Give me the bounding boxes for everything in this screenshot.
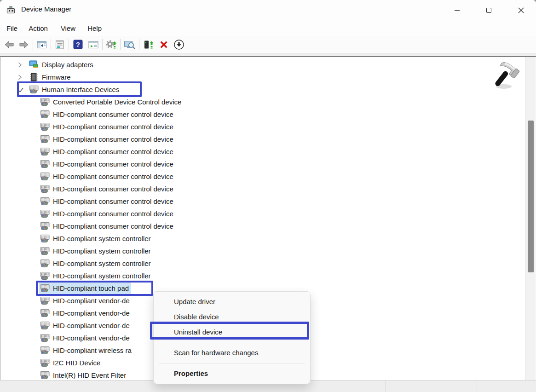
context-menu-separator [159,363,305,363]
tree-item-label: HID-compliant vendor-de [53,309,130,317]
menu-help[interactable]: Help [87,23,102,34]
chevron-collapsed-icon[interactable] [16,62,28,68]
hid-icon [40,159,50,169]
tree-item-hid-compliant-system-controller[interactable]: HID-compliant system controller [0,245,524,257]
tree-item-human-interface-devices[interactable]: Human Interface Devices [0,83,524,96]
tree-item-label: HID-compliant consumer control device [53,210,173,218]
tree-item-converted-portable-device-control-device[interactable]: Converted Portable Device Control device [0,96,524,108]
export-list-button[interactable] [85,37,101,52]
tree-item-hid-compliant-consumer-control-device[interactable]: HID-compliant consumer control device [0,220,524,232]
remote-desktop-search-icon [123,39,136,50]
maximize-button[interactable] [478,1,499,19]
tree-item-content[interactable]: HID-compliant system controller [39,233,153,244]
tree-item-content[interactable]: HID-compliant consumer control device [39,109,176,120]
help-button[interactable]: ? [70,37,85,52]
tree-item-content[interactable]: HID-compliant consumer control device [39,146,176,157]
tree-item-hid-compliant-consumer-control-device[interactable]: HID-compliant consumer control device [0,133,524,145]
tree-item-content[interactable]: HID-compliant vendor-de [39,307,132,319]
toolbar: ? [0,36,536,53]
toolbar-separator [120,39,121,50]
minimize-button[interactable] [446,1,467,19]
context-menu-item-scan-for-hardware-changes[interactable]: Scan for hardware changes [154,345,310,360]
tree-item-hid-compliant-consumer-control-device[interactable]: HID-compliant consumer control device [0,158,524,170]
toolbar-separator [102,39,103,50]
back-button[interactable] [2,37,17,52]
tree-item-hid-compliant-consumer-control-device[interactable]: HID-compliant consumer control device [0,195,524,208]
context-menu-item-uninstall-device[interactable]: Uninstall device [154,324,310,340]
hid-icon [40,259,50,268]
tree-item-content[interactable]: HID-compliant system controller [39,245,153,257]
tree-item-content[interactable]: HID-compliant touch pad [39,282,131,294]
tree-item-label: HID-compliant consumer control device [53,123,173,131]
tree-item-content[interactable]: HID-compliant system controller [39,258,153,269]
remote-desktop-search-button[interactable] [122,37,138,52]
maximize-icon [486,8,491,13]
close-icon [518,7,524,13]
tree-item-firmware[interactable]: Firmware [0,71,524,83]
title-bar: Device Manager [0,0,536,20]
display-icon [29,60,39,69]
tree-item-content[interactable]: Human Interface Devices [28,84,121,95]
tree-item-hid-compliant-consumer-control-device[interactable]: HID-compliant consumer control device [0,183,524,195]
tree-item-content[interactable]: HID-compliant wireless ra [39,345,134,356]
menu-file[interactable]: File [6,23,17,34]
tree-item-content[interactable]: HID-compliant system controller [39,270,153,282]
properties-button[interactable] [52,37,67,52]
tree-item-label: HID-compliant vendor-de [53,297,130,305]
tree-item-hid-compliant-system-controller[interactable]: HID-compliant system controller [0,232,524,245]
tree-item-content[interactable]: Intel(R) HID Event Filter [39,369,128,380]
tree-item-hid-compliant-consumer-control-device[interactable]: HID-compliant consumer control device [0,208,524,220]
hid-icon [40,97,50,107]
hammer-cursor-icon [494,59,523,92]
tree-item-content[interactable]: Display adapters [28,59,96,70]
tree-item-content[interactable]: HID-compliant consumer control device [39,171,176,182]
tree-item-content[interactable]: HID-compliant consumer control device [39,220,176,232]
tree-item-content[interactable]: HID-compliant vendor-de [39,295,132,306]
forward-button[interactable] [17,37,31,52]
show-console-tree-button[interactable] [35,37,49,52]
chevron-expanded-icon[interactable] [16,87,28,92]
tree-item-content[interactable]: HID-compliant consumer control device [39,133,176,145]
context-menu-item-properties[interactable]: Properties [154,366,310,381]
context-menu-item-update-driver[interactable]: Update driver [154,294,310,309]
tree-item-display-adapters[interactable]: Display adapters [0,58,524,71]
tree-item-hid-compliant-consumer-control-device[interactable]: HID-compliant consumer control device [0,170,524,183]
tree-item-content[interactable]: HID-compliant consumer control device [39,208,176,219]
menu-view[interactable]: View [61,23,75,34]
properties-icon [54,39,65,50]
tree-item-content[interactable]: HID-compliant consumer control device [39,183,176,195]
scrollbar-thumb[interactable] [528,121,534,272]
context-menu-gap [154,340,310,345]
tree-item-label: Converted Portable Device Control device [53,98,181,106]
hid-icon [40,296,50,306]
export-list-icon [87,39,99,50]
tree-item-content[interactable]: HID-compliant vendor-de [39,332,132,344]
tree-item-hid-compliant-system-controller[interactable]: HID-compliant system controller [0,257,524,270]
tree-item-content[interactable]: HID-compliant consumer control device [39,158,176,170]
scan-for-hardware-changes-button[interactable] [104,37,119,52]
tree-item-content[interactable]: Firmware [28,71,73,83]
tree-item-label: HID-compliant consumer control device [53,222,173,230]
tree-item-content[interactable]: I2C HID Device [39,357,103,369]
tree-item-content[interactable]: HID-compliant vendor-de [39,320,132,331]
tree-item-label: HID-compliant system controller [53,235,151,242]
tree-item-content[interactable]: HID-compliant consumer control device [39,196,176,207]
tree-item-label: HID-compliant consumer control device [53,173,173,180]
show-console-tree-icon [36,39,47,50]
tree-item-hid-compliant-consumer-control-device[interactable]: HID-compliant consumer control device [0,145,524,158]
hid-icon [40,221,50,231]
close-button[interactable] [510,1,531,19]
disable-device-button[interactable] [171,37,187,52]
chevron-collapsed-icon[interactable] [16,74,28,81]
tree-item-content[interactable]: HID-compliant consumer control device [39,121,176,133]
update-driver-button[interactable] [141,37,156,52]
context-menu-item-disable-device[interactable]: Disable device [154,309,310,324]
update-driver-icon [143,39,155,50]
tree-item-content[interactable]: Converted Portable Device Control device [39,96,184,108]
vertical-scrollbar[interactable] [525,57,536,380]
menu-action[interactable]: Action [29,23,48,34]
tree-item-hid-compliant-system-controller[interactable]: HID-compliant system controller [0,270,524,282]
uninstall-device-button[interactable] [156,37,171,52]
tree-item-hid-compliant-consumer-control-device[interactable]: HID-compliant consumer control device [0,121,524,133]
tree-item-hid-compliant-consumer-control-device[interactable]: HID-compliant consumer control device [0,108,524,121]
